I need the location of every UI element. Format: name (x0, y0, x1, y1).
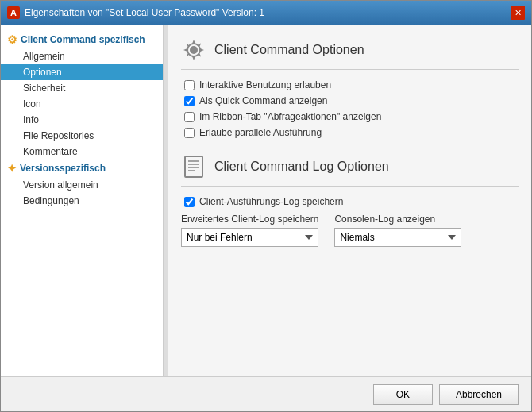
sidebar: ⚙ Client Command spezifisch Allgemein Op… (1, 25, 164, 376)
main-window: A Eigenschaften von "Set Local User Pass… (0, 0, 532, 412)
section1-icon (181, 37, 206, 63)
sidebar-section-2: ✦ Versionsspezifisch (1, 160, 163, 177)
checkbox-ribbon[interactable] (184, 112, 195, 122)
sidebar-section1-label: Client Command spezifisch (21, 34, 145, 45)
content-area: ⚙ Client Command spezifisch Allgemein Op… (1, 25, 531, 376)
dropdown-console-log[interactable]: Niemals Bei Fehlern Immer (334, 228, 461, 247)
window-title: Eigenschaften von "Set Local User Passwo… (25, 7, 264, 18)
checkbox-row-3: Im Ribbon-Tab "Abfrageaktionen" anzeigen (181, 111, 519, 122)
sidebar-section-1: ⚙ Client Command spezifisch (1, 31, 163, 48)
options-section: Client Command Optionen Interaktive Benu… (181, 37, 519, 138)
sidebar-item-version-allgemein[interactable]: Version allgemein (1, 177, 163, 193)
log-icon (181, 154, 206, 179)
checkbox-interactive[interactable] (184, 80, 195, 90)
star-icon: ✦ (7, 162, 17, 175)
dropdown-group-2: Consolen-Log anzeigen Niemals Bei Fehler… (334, 214, 461, 247)
checkbox-row-4: Erlaube parallele Ausführung (181, 127, 519, 138)
checkbox-row-5: Client-Ausführungs-Log speichern (181, 196, 519, 207)
sidebar-item-kommentare[interactable]: Kommentare (1, 144, 163, 160)
sidebar-item-icon[interactable]: Icon (1, 96, 163, 112)
checkbox-label-5: Client-Ausführungs-Log speichern (199, 196, 343, 207)
dropdown-extended-log[interactable]: Niemals Nur bei Fehlern Immer (181, 228, 318, 247)
title-bar: A Eigenschaften von "Set Local User Pass… (1, 1, 531, 25)
section1-title: Client Command Optionen (214, 43, 364, 57)
dropdown1-label: Erweitertes Client-Log speichern (181, 214, 318, 225)
footer: OK Abbrechen (1, 376, 531, 411)
checkbox-quick-command[interactable] (184, 96, 195, 106)
checkbox-label-2: Als Quick Command anzeigen (199, 95, 327, 106)
app-icon: A (7, 6, 20, 19)
sidebar-item-optionen[interactable]: Optionen (1, 64, 163, 80)
sidebar-section2-label: Versionsspezifisch (20, 163, 106, 174)
svg-point-2 (191, 47, 197, 53)
sidebar-item-info[interactable]: Info (1, 112, 163, 128)
log-section: Client Command Log Optionen Client-Ausfü… (181, 154, 519, 247)
close-button[interactable]: ✕ (511, 6, 525, 20)
checkbox-label-1: Interaktive Benutzung erlauben (199, 79, 331, 90)
checkbox-row-2: Als Quick Command anzeigen (181, 95, 519, 106)
main-panel: Client Command Optionen Interaktive Benu… (168, 25, 531, 376)
dropdown-group-1: Erweitertes Client-Log speichern Niemals… (181, 214, 318, 247)
checkbox-log-save[interactable] (184, 197, 195, 207)
sidebar-item-sicherheit[interactable]: Sicherheit (1, 80, 163, 96)
sidebar-item-bedingungen[interactable]: Bedingungen (1, 193, 163, 209)
sidebar-item-allgemein[interactable]: Allgemein (1, 48, 163, 64)
cancel-button[interactable]: Abbrechen (439, 384, 519, 405)
title-bar-left: A Eigenschaften von "Set Local User Pass… (7, 6, 264, 19)
section1-header: Client Command Optionen (181, 37, 519, 70)
sidebar-item-file-repositories[interactable]: File Repositories (1, 128, 163, 144)
section2-header: Client Command Log Optionen (181, 154, 519, 187)
checkbox-parallel[interactable] (184, 128, 195, 138)
dropdown2-label: Consolen-Log anzeigen (334, 214, 461, 225)
section2-title: Client Command Log Optionen (214, 160, 389, 174)
ok-button[interactable]: OK (373, 384, 433, 405)
checkbox-label-3: Im Ribbon-Tab "Abfrageaktionen" anzeigen (199, 111, 381, 122)
checkbox-row-1: Interaktive Benutzung erlauben (181, 79, 519, 90)
svg-rect-3 (185, 156, 202, 177)
dropdowns-row: Erweitertes Client-Log speichern Niemals… (181, 214, 519, 247)
checkbox-label-4: Erlaube parallele Ausführung (199, 127, 322, 138)
gear-icon: ⚙ (7, 33, 17, 46)
